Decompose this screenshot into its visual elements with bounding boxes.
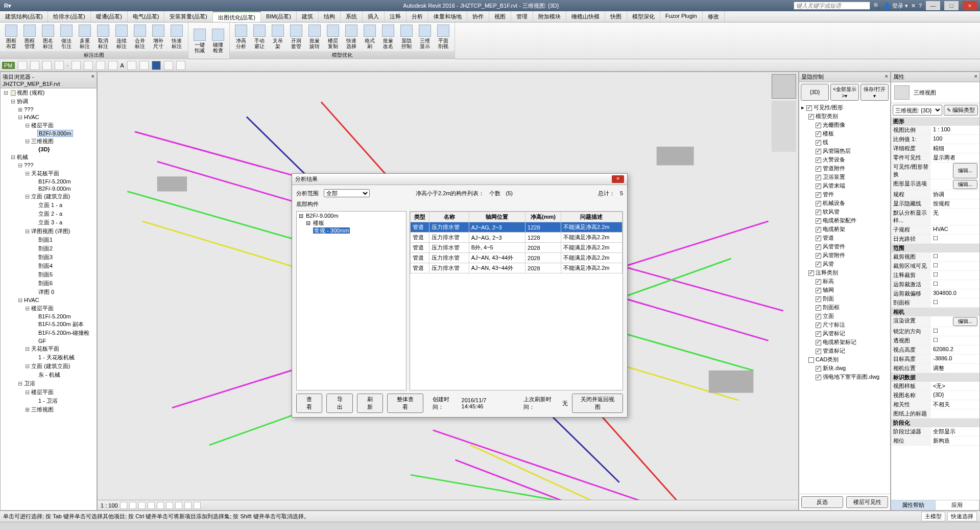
scope-select[interactable]: 全部 [324, 189, 370, 197]
property-row[interactable]: 裁剪视图☐ [891, 252, 979, 262]
checkbox[interactable] [816, 166, 821, 172]
checkbox[interactable] [808, 270, 814, 276]
ribbon-button[interactable]: 平面剖视 [434, 24, 452, 50]
property-row[interactable]: 规程协调 [891, 190, 979, 199]
checkbox[interactable] [816, 288, 821, 293]
ribbon-tab[interactable]: 插入 [363, 11, 385, 22]
property-edit-button[interactable]: 编辑... [953, 317, 977, 326]
dialog-tree[interactable]: ⊟B2F/-9.000m⊟楼板常规 - 300mm [296, 211, 407, 390]
ribbon-button[interactable]: 图框管理 [20, 24, 39, 50]
property-row[interactable]: 目标高度-3886.0 [891, 355, 979, 364]
view-button[interactable]: 查看 [296, 394, 322, 413]
vc-icon[interactable] [148, 502, 155, 509]
ribbon-button[interactable]: 三维显示 [416, 24, 434, 50]
property-group[interactable]: 图形 [891, 117, 979, 126]
property-group[interactable]: 标识数据 [891, 373, 979, 382]
visibility-node[interactable]: CAD类别 [800, 355, 889, 364]
visibility-node[interactable]: 强电地下室平面图.dwg [800, 373, 889, 381]
dialog-tree-node[interactable]: 常规 - 300mm [298, 227, 405, 235]
visibility-node[interactable]: 电缆桥架配件 [800, 216, 889, 225]
nav-bar[interactable] [772, 101, 796, 152]
opt-icon[interactable] [84, 61, 93, 70]
dialog-table[interactable]: 类型名称轴网位置净高(mm)问题描述管道压力排水管AJ~AG, 2~31228不… [410, 211, 623, 390]
checkbox[interactable] [816, 140, 821, 146]
tree-node[interactable]: B2F/-9.000m [1, 185, 97, 192]
property-row[interactable]: 可见性/图形替换编辑... [891, 163, 979, 179]
tree-node[interactable]: ⊟卫浴 [1, 379, 97, 388]
ribbon-button[interactable]: 取消标注 [94, 24, 112, 50]
checkbox[interactable] [816, 349, 821, 354]
property-row[interactable]: 裁剪区域可见☐ [891, 262, 979, 271]
table-header[interactable]: 净高(mm) [525, 212, 561, 222]
refresh-button[interactable]: 刷新 [357, 394, 383, 413]
tree-node[interactable]: 东 - 机械 [1, 371, 97, 379]
ribbon-button[interactable]: 图框布置 [2, 24, 20, 50]
property-row[interactable]: 详细程度精细 [891, 144, 979, 153]
tree-node[interactable]: 剖面2 [1, 244, 97, 253]
property-row[interactable]: 子规程HVAC [891, 225, 979, 235]
opt-icon[interactable] [42, 61, 52, 70]
properties-table[interactable]: 图形视图比例1 : 100比例值 1:100详细程度精细零件可见性显示两者可见性… [891, 117, 979, 500]
ribbon-tab[interactable]: BIM(品茗) [261, 11, 297, 22]
opt-icon[interactable] [176, 61, 185, 70]
tree-node[interactable]: ⊟??? [1, 162, 97, 169]
tree-node[interactable]: 剖面1 [1, 236, 97, 244]
checkbox[interactable] [806, 105, 812, 111]
ribbon-button[interactable]: 做法引注 [57, 24, 76, 50]
checkbox[interactable] [816, 322, 821, 328]
tree-node[interactable]: ⊞三维视图 [1, 405, 97, 414]
close-button[interactable]: × [963, 1, 977, 10]
text-icon[interactable]: A [121, 62, 124, 68]
dialog-tree-node[interactable]: ⊟楼板 [298, 219, 405, 227]
help-icon[interactable]: ? [919, 3, 922, 9]
table-row[interactable]: 管道压力排水管AJ~AN, 43~44外2028不能满足净高2.2m [411, 263, 623, 273]
ribbon-tab[interactable]: 体量和场地 [428, 11, 467, 22]
visibility-node[interactable]: 风管标记 [800, 329, 889, 338]
property-row[interactable]: 图形显示选项编辑... [891, 179, 979, 190]
visibility-node[interactable]: 管道附件 [800, 164, 889, 173]
checkbox[interactable] [808, 114, 814, 120]
table-row[interactable]: 管道压力排水管AJ~AN, 43~44外2028不能满足净高2.2m [411, 253, 623, 263]
panel-close-icon[interactable]: × [885, 73, 888, 81]
dialog-close-button[interactable]: × [612, 175, 624, 183]
property-row[interactable]: 显示隐藏线按规程 [891, 199, 979, 209]
vis-all-button[interactable]: <全部显示>▾ [830, 84, 858, 101]
vis-save-button[interactable]: 保存/打开 ▾ [861, 84, 889, 101]
tree-node[interactable]: 立面 2 - a [1, 210, 97, 218]
vc-icon[interactable] [157, 502, 164, 509]
reverse-button[interactable]: 反选 [801, 496, 843, 508]
checkbox[interactable] [816, 210, 821, 215]
tree-node[interactable]: ⊟机械 [1, 153, 97, 162]
property-row[interactable]: 锁定的方向☐ [891, 327, 979, 336]
ribbon-button[interactable]: 批量旋转 [305, 24, 324, 50]
property-help-button[interactable]: 属性帮助 [891, 500, 936, 510]
vis-3d-button[interactable]: {3D} [801, 84, 829, 101]
tree-node[interactable]: ⊟📋视图 (规程) [1, 88, 97, 97]
ribbon-tab[interactable]: 电气(品茗) [128, 11, 164, 22]
tree-node[interactable]: ⊟楼层平面 [1, 388, 97, 397]
ribbon-tab[interactable]: 结构 [319, 11, 341, 22]
checkbox[interactable] [816, 201, 821, 206]
checkbox[interactable] [816, 340, 821, 345]
vc-icon[interactable] [175, 502, 182, 509]
checkbox[interactable] [816, 314, 821, 319]
tree-node[interactable]: 剖面4 [1, 262, 97, 270]
checkbox[interactable] [816, 366, 821, 372]
ribbon-tab[interactable]: 协作 [467, 11, 489, 22]
visibility-node[interactable]: 卫浴装置 [800, 173, 889, 181]
visibility-tree[interactable]: ▸可见性/图形模型类别光栅图像楼板线风管隔热层火警设备管道附件卫浴装置风管末端管… [799, 102, 890, 494]
visibility-node[interactable]: 风管附件 [800, 251, 889, 260]
ribbon-button[interactable]: 手动避让 [250, 24, 269, 50]
export-button[interactable]: 导出 [326, 394, 352, 413]
tree-node[interactable]: ⊟HVAC [1, 113, 97, 121]
ribbon-tab[interactable]: 系统 [341, 11, 363, 22]
checkbox[interactable] [816, 227, 821, 233]
opt-icon[interactable] [108, 61, 117, 70]
view-cube-area[interactable] [772, 74, 796, 152]
checkbox[interactable] [816, 192, 821, 198]
checkbox[interactable] [816, 183, 821, 189]
ribbon-tab[interactable]: 暖通(品茗) [91, 11, 128, 22]
visibility-node[interactable]: 火警设备 [800, 155, 889, 164]
app-icon[interactable]: R▾ [0, 3, 15, 9]
visibility-node[interactable]: 剖面框 [800, 303, 889, 312]
